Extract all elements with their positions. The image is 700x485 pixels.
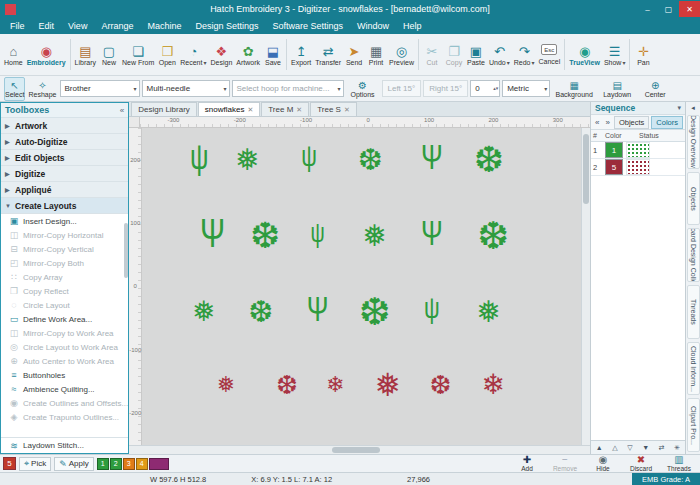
pan-button[interactable]: ✛Pan: [632, 35, 654, 74]
document-tab-design-library[interactable]: Design Library: [131, 102, 197, 116]
thread-color-swatch[interactable]: [149, 458, 169, 470]
panel-pin-icon[interactable]: ▾: [677, 104, 681, 112]
send-button[interactable]: ➤Send: [343, 35, 365, 74]
design-object-flake6[interactable]: ❆: [250, 218, 280, 254]
select-tool-button[interactable]: ↖ Select: [4, 77, 25, 101]
transfer-button[interactable]: ⇄Transfer: [313, 35, 343, 74]
design-object-flake6[interactable]: ❆: [430, 372, 452, 398]
document-tab-tree-m[interactable]: Tree M✕: [261, 102, 309, 116]
trueview-button[interactable]: ◉TrueView: [567, 35, 602, 74]
toolbox-item-copy-array[interactable]: ∷Copy Array: [1, 270, 128, 284]
toolbox-section-edit-objects[interactable]: ▶Edit Objects: [1, 150, 128, 166]
design-button[interactable]: ❖Design: [208, 35, 234, 74]
vertical-scrollbar-thumb[interactable]: [583, 134, 589, 204]
toolbox-section-appliqu[interactable]: ▶Appliqué: [1, 182, 128, 198]
toolbox-section-auto-digitize[interactable]: ▶Auto-Digitize: [1, 134, 128, 150]
stitch-marker-icon[interactable]: ✳: [674, 444, 680, 452]
toolbox-item-mirror-copy-to-work-area[interactable]: ◫Mirror-Copy to Work Area: [1, 326, 128, 340]
step-forward-icon[interactable]: ▽: [627, 444, 632, 452]
toolbox-item-copy-reflect[interactable]: ❐Copy Reflect: [1, 284, 128, 298]
hoop-select[interactable]: Select hoop for machine... ▾: [232, 80, 344, 97]
design-object-flake6[interactable]: ❆: [358, 145, 383, 175]
design-object-flake6[interactable]: ❆: [477, 217, 509, 255]
artwork-button[interactable]: ✿Artwork: [234, 35, 262, 74]
menu-machine[interactable]: Machine: [140, 18, 188, 34]
toolbox-item-insert-design[interactable]: ▣Insert Design...: [1, 214, 128, 228]
close-tab-icon[interactable]: ✕: [344, 106, 350, 114]
toolbox-item-create-outlines-and-offsets[interactable]: ◉Create Outlines and Offsets...: [1, 396, 128, 410]
design-object-flake8[interactable]: ❅: [235, 145, 260, 175]
panel-tab-objects[interactable]: Objects: [687, 172, 700, 226]
color-swatch[interactable]: 5: [605, 159, 623, 175]
design-object-twig[interactable]: ψ: [424, 294, 440, 324]
jump-to-end-icon[interactable]: ▼: [642, 444, 649, 451]
sequence-tab-objects[interactable]: Objects: [614, 116, 649, 129]
jump-to-start-icon[interactable]: ▲: [596, 444, 603, 451]
save-button[interactable]: ⬓Save: [262, 35, 284, 74]
toolbox-item-mirror-copy-vertical[interactable]: ⊟Mirror-Copy Vertical: [1, 242, 128, 256]
show-button[interactable]: ☰Show▾: [602, 35, 628, 74]
toolbox-section-artwork[interactable]: ▶Artwork: [1, 118, 128, 134]
menu-arrange[interactable]: Arrange: [94, 18, 140, 34]
design-object-branch[interactable]: Ψ: [421, 139, 443, 174]
remove-button[interactable]: −Remove: [547, 455, 583, 472]
toolbox-item-create-trapunto-outlines[interactable]: ◈Create Trapunto Outlines...: [1, 410, 128, 424]
menu-design-settings[interactable]: Design Settings: [188, 18, 265, 34]
design-object-branch[interactable]: Ψ: [200, 212, 225, 253]
sequence-back-icon[interactable]: «: [593, 118, 601, 127]
sequence-row[interactable]: 11: [591, 142, 685, 159]
hide-button[interactable]: ◉Hide: [585, 455, 621, 472]
sequence-row[interactable]: 25: [591, 159, 685, 176]
undo-button[interactable]: ↶Undo▾: [487, 35, 512, 74]
machine-type-select[interactable]: Multi-needle ▾: [142, 80, 230, 97]
design-object-twig[interactable]: ψ: [190, 139, 209, 174]
library-button[interactable]: ▤Library: [73, 35, 98, 74]
toolbox-scrollbar-thumb[interactable]: [124, 223, 128, 278]
home-button[interactable]: ⌂Home: [2, 35, 25, 74]
design-object-flake6[interactable]: ❆: [474, 142, 504, 178]
rotate-angle-field[interactable]: 0 ▴▾: [470, 80, 500, 97]
design-object-branch[interactable]: Ψ: [421, 215, 443, 250]
machine-brand-select[interactable]: Brother ▾: [60, 80, 140, 97]
design-object-branch[interactable]: Ψ: [307, 291, 329, 326]
travel-by-icon[interactable]: ⇄: [659, 444, 665, 452]
horizontal-scrollbar-thumb[interactable]: [332, 447, 380, 453]
menu-file[interactable]: File: [3, 18, 32, 34]
document-tab-snowflakes[interactable]: snowflakes✕: [198, 102, 260, 116]
embroidery-button[interactable]: ◉Embroidery: [25, 35, 68, 74]
design-object-flake6[interactable]: ❆: [359, 293, 391, 331]
menu-help[interactable]: Help: [396, 18, 429, 34]
document-tab-tree-s[interactable]: Tree S✕: [310, 102, 357, 116]
dock-arrow-icon[interactable]: ◂: [691, 104, 695, 112]
menu-window[interactable]: Window: [350, 18, 396, 34]
design-object-flake8[interactable]: ❅: [362, 221, 387, 251]
design-canvas[interactable]: ψ❅ψ❆Ψ❆Ψ❆ψ❅Ψ❆❅❆Ψ❆ψ❅❅❆❄❅❆❄: [142, 128, 581, 445]
toolbox-item-mirror-copy-horizontal[interactable]: ◫Mirror-Copy Horizontal: [1, 228, 128, 242]
rotate-hoop-left-button[interactable]: Left 15°: [382, 80, 422, 97]
toolbox-item-circle-layout-to-work-area[interactable]: ◎Circle Layout to Work Area: [1, 340, 128, 354]
design-object-flake6[interactable]: ❆: [248, 297, 273, 327]
cut-button[interactable]: ✂Cut: [421, 35, 443, 74]
vertical-scrollbar[interactable]: [581, 128, 590, 445]
menu-software-settings[interactable]: Software Settings: [266, 18, 351, 34]
toolbox-item-define-work-area[interactable]: ▭Define Work Area...: [1, 312, 128, 326]
design-object-flake8[interactable]: ❅: [375, 369, 402, 401]
toolbox-item-buttonholes[interactable]: ≡Buttonholes: [1, 368, 128, 382]
maximize-button[interactable]: ▢: [658, 1, 679, 17]
panel-tab-threads[interactable]: Threads: [687, 285, 700, 339]
minimize-button[interactable]: –: [637, 1, 658, 17]
horizontal-scrollbar[interactable]: [129, 445, 590, 454]
print-button[interactable]: ▦Print: [365, 35, 387, 74]
toolbox-item-mirror-copy-both[interactable]: ◰Mirror-Copy Both: [1, 256, 128, 270]
toolbox-item-ambience-quilting[interactable]: ≈Ambience Quilting...: [1, 382, 128, 396]
menu-view[interactable]: View: [61, 18, 94, 34]
paste-button[interactable]: ▣Paste: [465, 35, 487, 74]
apply-color-button[interactable]: ✎ Apply: [54, 457, 94, 471]
design-object-twig[interactable]: ψ: [311, 219, 325, 246]
color-swatch[interactable]: 1: [605, 142, 623, 158]
design-object-flake8[interactable]: ❅: [192, 298, 215, 326]
close-tab-icon[interactable]: ✕: [296, 106, 302, 114]
new-from-button[interactable]: ❏New From: [120, 35, 156, 74]
new-button[interactable]: ▢New: [98, 35, 120, 74]
panel-tab-design-overview[interactable]: Design Overview: [687, 115, 700, 169]
